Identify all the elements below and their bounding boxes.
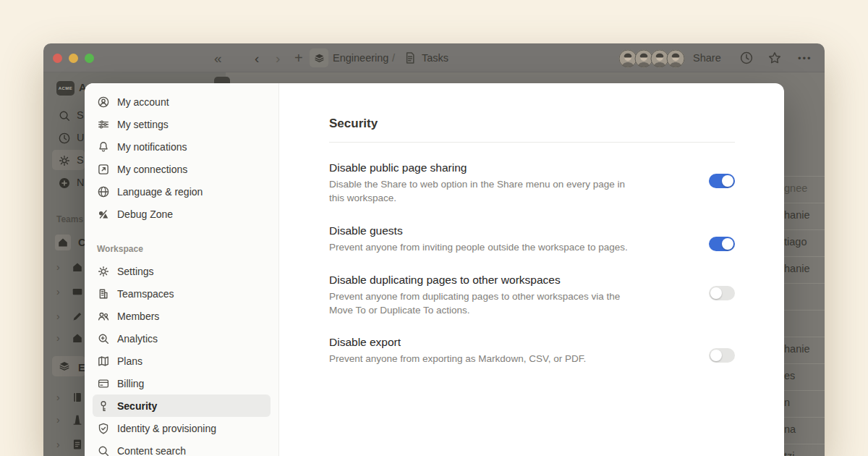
avatar[interactable] <box>666 49 685 68</box>
memo-icon[interactable] <box>71 438 84 451</box>
settings-menu-item-debug-zone[interactable]: Debug Zone <box>93 203 271 225</box>
setting-toggle[interactable] <box>709 348 735 363</box>
more-options-icon[interactable]: ••• <box>798 43 812 72</box>
toggle-knob <box>722 175 733 187</box>
menu-item-label: Analytics <box>117 333 158 345</box>
workspace-logo[interactable]: ACME <box>56 81 75 96</box>
setting-title: Disable public page sharing <box>329 161 642 174</box>
plus-circle-icon[interactable] <box>58 177 71 190</box>
house-icon[interactable] <box>71 332 84 345</box>
add-tab-button[interactable]: + <box>294 43 303 72</box>
settings-menu-item-settings[interactable]: Settings <box>93 260 271 282</box>
settings-menu-item-members[interactable]: Members <box>93 305 271 327</box>
chevron-right-icon[interactable]: › <box>56 287 60 297</box>
close-window-button[interactable] <box>53 54 62 63</box>
setting-row: Disable duplicating pages to other works… <box>329 274 735 318</box>
settings-menu-item-billing[interactable]: Billing <box>93 372 271 394</box>
background-table-fragment: gneehanietiagohaniehanieesnnatzi <box>784 176 825 456</box>
home-filled-icon[interactable] <box>55 235 71 250</box>
globe-icon <box>97 185 110 198</box>
setting-row: Disable guests Prevent anyone from invit… <box>329 224 735 255</box>
menu-item-label: Content search <box>117 445 186 456</box>
menu-item-label: Identity & provisioning <box>117 423 216 434</box>
table-cell-fragment: es <box>784 363 825 390</box>
settings-menu-item-analytics[interactable]: Analytics <box>93 327 271 350</box>
settings-menu-item-plans[interactable]: Plans <box>93 350 271 372</box>
sidebar-item-label[interactable]: S <box>77 154 84 166</box>
sliders-icon <box>97 118 110 131</box>
table-cell-fragment <box>784 310 825 337</box>
sidebar-collapse-icon[interactable]: « <box>214 43 222 72</box>
chevron-right-icon[interactable]: › <box>56 262 60 272</box>
divider <box>329 142 735 143</box>
settings-menu-account-section: My account My settings My notifications … <box>85 90 278 225</box>
share-button[interactable]: Share <box>693 43 721 72</box>
keyboard-icon[interactable] <box>71 285 84 298</box>
table-cell-fragment: na <box>784 417 825 444</box>
menu-item-label: Security <box>117 400 157 412</box>
setting-toggle[interactable] <box>709 286 735 300</box>
table-cell-fragment: n <box>784 390 825 417</box>
sidebar-item-label[interactable]: N <box>77 177 84 188</box>
clock-icon[interactable] <box>739 51 754 65</box>
settings-menu-item-my-account[interactable]: My account <box>93 90 271 113</box>
pencil-icon[interactable] <box>71 310 84 323</box>
setting-title: Disable export <box>329 336 586 349</box>
people-icon <box>97 310 110 323</box>
minimize-window-button[interactable] <box>69 54 78 63</box>
nav-back-button[interactable]: ‹ <box>255 43 259 72</box>
page-title: Security <box>329 117 735 131</box>
setting-title: Disable guests <box>329 224 628 237</box>
chevron-right-icon[interactable]: › <box>56 439 60 449</box>
menu-item-label: My notifications <box>117 141 187 153</box>
settings-menu-item-security[interactable]: Security <box>93 394 271 417</box>
clock-icon[interactable] <box>58 132 71 145</box>
setting-row: Disable public page sharing Disable the … <box>329 161 735 206</box>
chevron-right-icon[interactable]: › <box>56 415 60 425</box>
settings-menu-item-identity-provisioning[interactable]: Identity & provisioning <box>93 417 271 439</box>
menu-item-label: Debug Zone <box>117 208 173 220</box>
house-icon[interactable] <box>71 261 84 274</box>
star-icon[interactable] <box>767 51 782 65</box>
key-icon <box>97 400 110 413</box>
chevron-right-icon[interactable]: › <box>56 392 60 402</box>
gear-icon <box>97 265 110 278</box>
teamspace-layers-icon[interactable] <box>310 48 328 67</box>
toggle-knob <box>710 350 722 361</box>
book-icon[interactable] <box>71 391 84 404</box>
tower-icon[interactable] <box>71 413 84 426</box>
nav-forward-button[interactable]: › <box>276 43 280 72</box>
setting-description: Disable the Share to web option in the S… <box>329 178 642 206</box>
shield-check-icon <box>97 422 110 435</box>
settings-menu-item-my-settings[interactable]: My settings <box>93 113 271 135</box>
window-titlebar: « ‹ › + Engineering / Tasks Share ••• <box>43 43 825 72</box>
setting-toggle[interactable] <box>709 174 735 188</box>
table-cell-fragment: hanie <box>784 256 825 283</box>
sidebar-item-label[interactable]: S <box>77 109 84 121</box>
settings-menu-item-content-search[interactable]: Content search <box>93 439 271 456</box>
settings-menu-item-my-notifications[interactable]: My notifications <box>93 135 271 158</box>
setting-toggle[interactable] <box>709 237 735 251</box>
table-cell-fragment: hanie <box>784 203 825 229</box>
card-icon <box>97 377 110 390</box>
menu-item-label: My settings <box>117 119 169 130</box>
settings-menu-item-language-region[interactable]: Language & region <box>93 180 271 203</box>
chevron-right-icon[interactable]: › <box>56 333 60 343</box>
breadcrumb-page[interactable]: Tasks <box>422 43 448 72</box>
sidebar-item-label[interactable]: U <box>77 132 84 143</box>
chevron-right-icon[interactable]: › <box>56 311 60 321</box>
menu-item-label: Members <box>117 311 159 322</box>
toggle-knob <box>710 287 722 299</box>
layers-icon[interactable] <box>58 360 71 373</box>
table-cell-fragment <box>784 283 825 310</box>
zoom-window-button[interactable] <box>85 54 94 63</box>
setting-description: Prevent anyone from duplicating pages to… <box>329 290 642 318</box>
breadcrumb-space[interactable]: Engineering <box>333 43 388 72</box>
magnifier-icon[interactable] <box>58 109 71 122</box>
settings-menu-item-teamspaces[interactable]: Teamspaces <box>93 282 271 305</box>
settings-modal: My account My settings My notifications … <box>85 83 784 456</box>
settings-menu-item-my-connections[interactable]: My connections <box>93 158 271 180</box>
gear-icon[interactable] <box>58 154 71 167</box>
building-icon <box>97 287 110 300</box>
menu-item-label: Settings <box>117 266 154 277</box>
